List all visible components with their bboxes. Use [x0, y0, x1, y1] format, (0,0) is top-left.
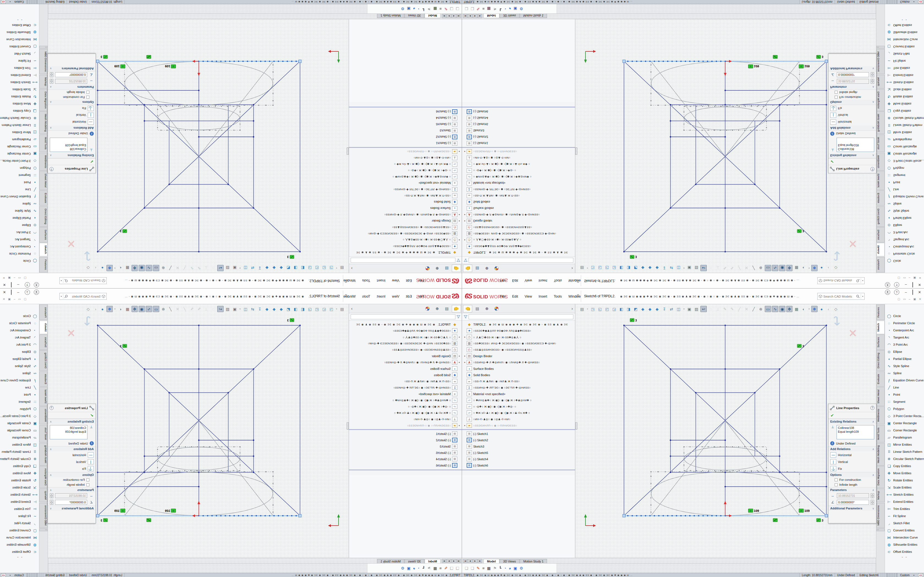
displaymanager-tab[interactable] — [423, 265, 432, 272]
parameter-input[interactable]: 10.88152731 — [837, 493, 869, 498]
cancel-sketch-icon[interactable]: ✕ — [848, 238, 857, 250]
motion-toolbar-icon[interactable]: ❏ — [456, 6, 459, 11]
tree-item[interactable]: ▱ ○ ◦◎✚○ Ж ◉[○ ◉ ○]◉ Ж ○✚◎◦ ○ — [349, 403, 462, 410]
motion-toolbar-icon[interactable]: ⚑ — [493, 566, 497, 571]
collapse-chevron-icon[interactable]: ∧ — [872, 86, 874, 89]
tree-item[interactable]: ▸ ▰ ○ЅЅЗЄИНЛП◦○ ◉ ○◦ПЛНИЗЄЅЅ○ — [462, 148, 575, 155]
commandmanager-tab[interactable]: Sheet Metal — [39, 387, 48, 406]
view-toolbar-icon[interactable]: ⊕ — [758, 306, 764, 312]
tree-filter-input[interactable] — [351, 258, 456, 263]
commandmanager-tab[interactable]: Weldments — [876, 406, 885, 424]
sketch-tool-item[interactable]: ▭ Corner Rectangle — [885, 427, 924, 434]
tab-nav-button[interactable]: ▶| — [478, 559, 482, 563]
model-tab[interactable]: Motion Study 1 — [377, 14, 404, 18]
tree-item[interactable]: ∞ ○ЅЅ◦П Ж ♟ЛМ○ ◉ ○МЛ♟ Ж П◦ЅЅ○ — [349, 378, 462, 384]
view-toolbar-icon[interactable]: ╱ — [167, 265, 173, 271]
relation-entry[interactable]: Collinear108 — [838, 147, 873, 151]
commandmanager-tab[interactable]: ⁞ — [876, 529, 885, 531]
view-toolbar-icon[interactable]: ◰ — [314, 306, 320, 312]
doc-close-button[interactable]: ✕ — [3, 298, 5, 301]
view-toolbar-icon[interactable]: ✎ — [722, 265, 728, 271]
sketch-tool-item[interactable]: ▢ Convert Entities — [885, 43, 924, 50]
group-options[interactable]: Options ∧ — [828, 472, 876, 477]
group-additional-parameters[interactable]: Additional Parameters ∨ — [828, 506, 876, 511]
view-toolbar-icon[interactable]: ◧ — [618, 306, 625, 312]
panel-expand-chevron[interactable]: › — [572, 266, 573, 271]
expand-chevron-icon[interactable]: ∨ — [872, 67, 874, 70]
relation-badge-three[interactable]: 3 — [120, 344, 127, 348]
search-dropdown-icon[interactable]: ▾ — [862, 280, 863, 282]
menu-item[interactable]: File — [497, 277, 508, 284]
tree-item[interactable]: ⊥ ○ИН◦©◦♟◎○ ◉ ○◎♟◦©◦НИ○ — [462, 416, 575, 422]
relation-badge-three[interactable]: 3 — [287, 318, 294, 322]
featuremanager-tree-tab[interactable] — [452, 305, 461, 313]
sketch-tool-item[interactable]: ⋈ Intersection Curve — [885, 534, 924, 541]
parameter-input[interactable]: 10.88152731 — [55, 79, 87, 84]
search-icon[interactable] — [65, 279, 68, 282]
tab-nav-button[interactable]: |◀ — [457, 14, 461, 18]
view-toolbar-icon[interactable]: ▤ — [579, 265, 585, 271]
tree-splitter-lower[interactable] — [462, 469, 575, 471]
option-row[interactable]: Infinite length — [48, 90, 96, 95]
view-toolbar-icon[interactable]: ◲ — [611, 265, 617, 271]
sketch-tool-item[interactable]: ◌ Perimeter Circle — [885, 319, 924, 327]
commandmanager-tab[interactable]: Evaluate — [39, 190, 48, 206]
collapse-chevron-icon[interactable]: ∧ — [50, 101, 52, 104]
tree-splitter[interactable] — [462, 429, 575, 430]
view-toolbar-icon[interactable]: ⊕ — [160, 306, 166, 312]
tab-nav-button[interactable]: ◀ — [452, 14, 456, 18]
sketch-tool-item[interactable]: ╱ Line — [0, 186, 39, 193]
view-toolbar-icon[interactable]: ▾ — [113, 265, 116, 271]
sketch-tool-item[interactable]: ◇ 3 Point Center Recta... — [885, 158, 924, 164]
relation-type-icon[interactable]: | — [88, 113, 94, 118]
view-toolbar-icon[interactable]: ◆ — [654, 265, 660, 271]
tree-item[interactable]: Σ ○ЅЅИН◎◦✚ ЛП°ЗЄ○ ◉ ○ЗЄ°ПЛ ✚◦◎НИЅЅ○ — [349, 384, 462, 391]
model-tab[interactable]: 3D Views — [404, 14, 424, 18]
doc-cascade-icon[interactable]: ▢ — [898, 298, 900, 301]
tab-nav-button[interactable]: ▶ — [473, 14, 477, 18]
motion-toolbar-icon[interactable]: ▦ — [433, 566, 437, 571]
sketch-tool-item[interactable]: ⊂ Offset Entities — [885, 22, 924, 29]
checkbox[interactable] — [835, 483, 838, 486]
sketch-tree-item[interactable]: ⊞ (-) Sketch5 — [349, 121, 462, 127]
sketch-tool-item[interactable]: ⇲ Scale Entities — [885, 484, 924, 491]
view-toolbar-icon[interactable]: ✎ — [189, 265, 195, 271]
relation-entry[interactable]: Equal length109 — [838, 143, 873, 147]
relation-type-icon[interactable]: ⚓ — [88, 466, 94, 471]
relation-badge-equal[interactable]: = 109 — [115, 64, 125, 68]
motion-toolbar-icon[interactable]: ⚙ — [520, 566, 523, 571]
relation-entry[interactable]: Equal length109 — [838, 430, 873, 434]
view-toolbar-icon[interactable]: ▭ — [765, 306, 771, 312]
filter-funnel-icon[interactable] — [464, 315, 467, 319]
motion-toolbar-icon[interactable]: ▣ — [514, 6, 517, 11]
search-input[interactable] — [823, 279, 855, 282]
add-relation-row[interactable]: | Vertical — [48, 458, 96, 465]
sketch-tool-item[interactable]: ◇ 3 Point Center Recta... — [0, 413, 39, 419]
view-toolbar-icon[interactable]: ▦ — [124, 265, 131, 271]
view-toolbar-icon[interactable]: ▾ — [683, 265, 685, 271]
sketch-tool-item[interactable]: ◔ Centerpoint Arc — [0, 243, 39, 250]
collapse-chevron-icon[interactable]: ∧ — [872, 488, 874, 492]
pane-splitter-handle[interactable]: ◦ — [347, 148, 349, 155]
search-icon[interactable] — [856, 279, 859, 282]
relation-badge-three[interactable]: 3 — [797, 229, 804, 233]
sketch-tool-item[interactable]: ⟷ Stretch Entities — [885, 79, 924, 86]
option-row[interactable]: Infinite length — [828, 90, 876, 95]
sketch-tool-item[interactable]: ▢ Convert Entities — [885, 527, 924, 534]
view-toolbar-icon[interactable]: ◫ — [242, 265, 249, 271]
view-toolbar-icon[interactable]: ❖ — [811, 306, 817, 312]
expand-arrow-icon[interactable]: ▸ — [463, 220, 467, 222]
tree-item[interactable]: ▸ ▤ Design Binder — [349, 353, 462, 359]
sketch-tool-item[interactable]: ▱ Parallelogram — [885, 136, 924, 143]
relation-type-icon[interactable]: | — [88, 459, 94, 464]
relation-type-icon[interactable]: — — [88, 119, 94, 125]
propertymanager-tab[interactable]: ▤ — [442, 265, 451, 272]
commandmanager-tab[interactable]: Mesh Modeling — [876, 443, 885, 466]
menu-item[interactable]: Window — [341, 277, 358, 284]
sketch-tool-item[interactable]: ▢ Convert Entities — [0, 43, 39, 50]
view-toolbar-icon[interactable]: ✥ — [131, 265, 138, 271]
spinner-control[interactable]: ▴▾ — [871, 72, 874, 77]
endpoint-handle[interactable] — [825, 60, 828, 63]
sketch-tool-item[interactable]: ❏ Copy Entities — [0, 463, 39, 469]
group-additional-parameters[interactable]: Additional Parameters ∨ — [48, 506, 96, 511]
